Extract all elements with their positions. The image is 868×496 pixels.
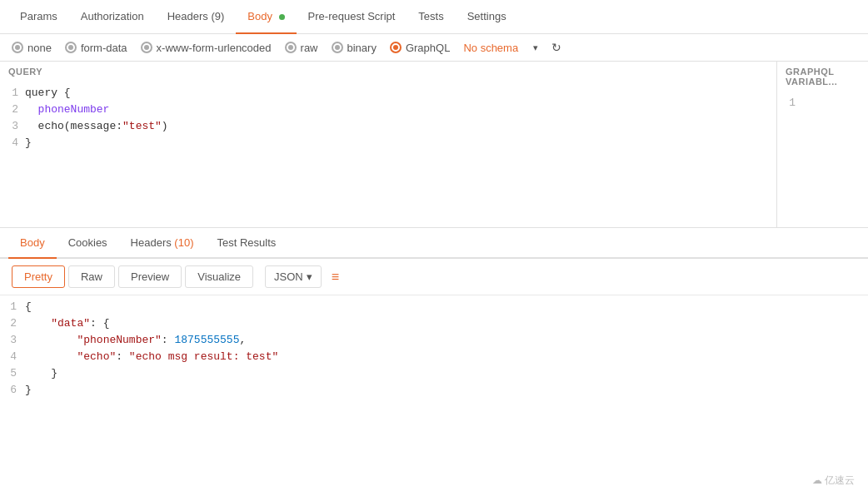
response-body: 1 { 2 "data": { 3 "phoneNumber": 1875555… — [0, 295, 868, 402]
radio-none[interactable]: none — [12, 42, 52, 54]
radio-raw[interactable]: raw — [285, 42, 318, 54]
tab-params[interactable]: Params — [8, 0, 69, 34]
tab-test-results[interactable]: Test Results — [205, 228, 287, 259]
code-line-2: phoneNumber — [25, 102, 776, 118]
radio-none-circle — [12, 42, 23, 53]
tab-body[interactable]: Body — [236, 0, 296, 34]
radio-form-data[interactable]: form-data — [65, 42, 127, 54]
radio-graphql[interactable]: GraphQL — [390, 42, 450, 54]
radio-urlencoded[interactable]: x-www-form-urlencoded — [141, 42, 272, 54]
radio-raw-circle — [285, 42, 297, 53]
pretty-button[interactable]: Pretty — [12, 265, 65, 288]
resp-line-6: 6 } — [0, 382, 868, 399]
tab-cookies[interactable]: Cookies — [57, 228, 119, 259]
resp-line-5: 5 } — [0, 365, 868, 382]
query-code-area[interactable]: 1 2 3 4 query { phoneNumber echo(message… — [0, 82, 776, 155]
radio-form-data-circle — [65, 42, 77, 53]
raw-button[interactable]: Raw — [68, 265, 115, 288]
query-line-numbers: 1 2 3 4 — [0, 82, 25, 155]
code-line-4: } — [25, 135, 776, 151]
preview-button[interactable]: Preview — [118, 265, 182, 288]
query-code-content[interactable]: query { phoneNumber echo(message:"test")… — [25, 82, 776, 155]
no-schema-text: No schema — [463, 42, 518, 54]
body-type-bar: none form-data x-www-form-urlencoded raw… — [0, 34, 868, 62]
format-select[interactable]: JSON ▾ — [265, 265, 322, 288]
resp-line-2: 2 "data": { — [0, 315, 868, 332]
code-line-3: echo(message:"test") — [25, 118, 776, 135]
response-section: Body Cookies Headers (10) Test Results P… — [0, 228, 868, 402]
tab-authorization[interactable]: Authorization — [69, 0, 156, 34]
resp-line-4: 4 "echo": "echo msg result: test" — [0, 349, 868, 365]
resp-line-3: 3 "phoneNumber": 1875555555, — [0, 332, 868, 349]
format-dropdown-arrow: ▾ — [307, 270, 312, 283]
response-toolbar: Pretty Raw Preview Visualize JSON ▾ ≡ — [0, 259, 868, 295]
graphql-vars-header: GRAPHQL VARIABL... — [777, 62, 868, 92]
tab-tests[interactable]: Tests — [407, 0, 455, 34]
code-line-1: query { — [25, 85, 776, 102]
graphql-vars-line-numbers: 1 — [777, 92, 802, 115]
graphql-vars-code[interactable]: 1 — [777, 92, 868, 115]
refresh-icon[interactable]: ↻ — [551, 41, 561, 54]
resp-line-1: 1 { — [0, 299, 868, 315]
radio-binary[interactable]: binary — [332, 42, 377, 54]
radio-urlencoded-circle — [141, 42, 152, 53]
query-header: QUERY — [0, 62, 776, 82]
tab-response-headers[interactable]: Headers (10) — [119, 228, 206, 259]
schema-dropdown-arrow[interactable]: ▾ — [533, 42, 538, 53]
tab-pre-request[interactable]: Pre-request Script — [297, 0, 407, 34]
wrap-icon[interactable]: ≡ — [332, 270, 339, 285]
radio-binary-circle — [332, 42, 343, 53]
graphql-vars-panel: GRAPHQL VARIABL... 1 — [776, 62, 868, 227]
tab-headers[interactable]: Headers (9) — [156, 0, 237, 34]
body-dot-indicator — [279, 14, 285, 20]
bottom-tabs-bar: Body Cookies Headers (10) Test Results — [0, 228, 868, 259]
tab-response-body[interactable]: Body — [8, 228, 57, 259]
visualize-button[interactable]: Visualize — [185, 265, 253, 288]
top-tabs-bar: Params Authorization Headers (9) Body Pr… — [0, 0, 868, 34]
query-panel[interactable]: QUERY 1 2 3 4 query { phoneNumber echo(m… — [0, 62, 776, 227]
radio-graphql-circle — [390, 42, 402, 53]
tab-settings[interactable]: Settings — [456, 0, 518, 34]
query-section: QUERY 1 2 3 4 query { phoneNumber echo(m… — [0, 62, 868, 228]
